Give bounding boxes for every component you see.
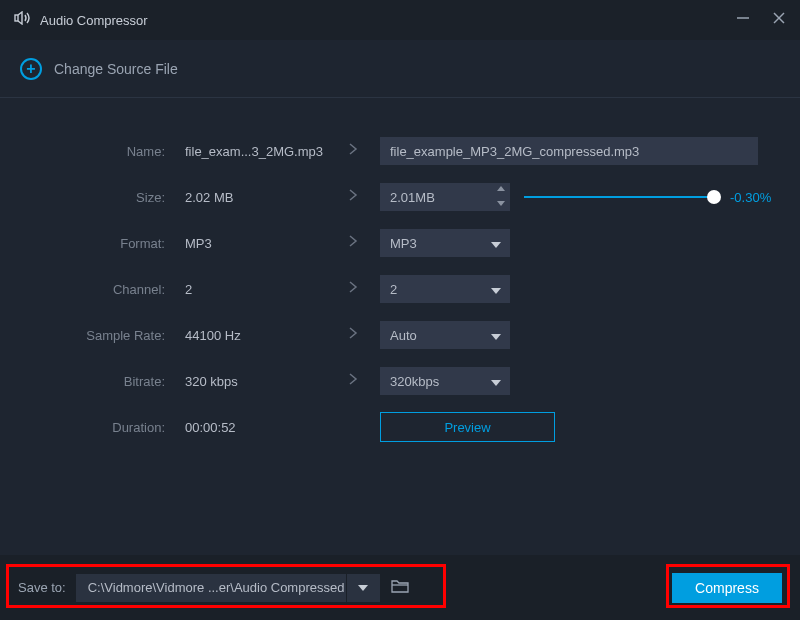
- chevron-right-icon: [348, 188, 358, 206]
- settings-panel: Name: file_exam...3_2MG.mp3 Size: 2.02 M…: [0, 98, 800, 450]
- source-channel: 2: [175, 282, 325, 297]
- svg-marker-5: [497, 201, 505, 206]
- svg-marker-7: [491, 288, 501, 294]
- sample-rate-select[interactable]: Auto: [380, 321, 510, 349]
- format-value: MP3: [390, 236, 417, 251]
- output-name-input[interactable]: [380, 137, 758, 165]
- label-channel: Channel:: [0, 282, 175, 297]
- label-sample-rate: Sample Rate:: [0, 328, 175, 343]
- change-source-row[interactable]: + Change Source File: [0, 40, 800, 98]
- chevron-right-icon: [348, 280, 358, 298]
- minimize-button[interactable]: [736, 11, 750, 29]
- svg-marker-10: [358, 585, 368, 591]
- svg-marker-9: [491, 380, 501, 386]
- source-size: 2.02 MB: [175, 190, 325, 205]
- compress-button[interactable]: Compress: [672, 573, 782, 603]
- save-path-display[interactable]: C:\Vidmore\Vidmore ...er\Audio Compresse…: [76, 580, 346, 595]
- svg-marker-4: [497, 186, 505, 191]
- chevron-right-icon: [348, 326, 358, 344]
- svg-marker-6: [491, 242, 501, 248]
- stepper-arrows-icon[interactable]: [496, 184, 506, 208]
- source-bitrate: 320 kbps: [175, 374, 325, 389]
- app-icon: [14, 11, 32, 29]
- window-title: Audio Compressor: [40, 13, 736, 28]
- chevron-right-icon: [348, 234, 358, 252]
- label-save-to: Save to:: [18, 580, 66, 595]
- label-name: Name:: [0, 144, 175, 159]
- footer-bar: Save to: C:\Vidmore\Vidmore ...er\Audio …: [0, 555, 800, 620]
- chevron-down-icon: [490, 330, 502, 345]
- size-delta: -0.30%: [730, 190, 780, 205]
- bitrate-select[interactable]: 320kbps: [380, 367, 510, 395]
- slider-thumb[interactable]: [707, 190, 721, 204]
- source-format: MP3: [175, 236, 325, 251]
- channel-select[interactable]: 2: [380, 275, 510, 303]
- preview-button[interactable]: Preview: [380, 412, 555, 442]
- size-slider[interactable]: [524, 190, 718, 204]
- source-sample-rate: 44100 Hz: [175, 328, 325, 343]
- label-bitrate: Bitrate:: [0, 374, 175, 389]
- plus-circle-icon: +: [20, 58, 42, 80]
- chevron-right-icon: [348, 372, 358, 390]
- chevron-down-icon: [490, 376, 502, 391]
- chevron-down-icon: [490, 238, 502, 253]
- channel-value: 2: [390, 282, 397, 297]
- chevron-down-icon: [490, 284, 502, 299]
- source-duration: 00:00:52: [175, 420, 325, 435]
- close-button[interactable]: [772, 11, 786, 29]
- bitrate-value: 320kbps: [390, 374, 439, 389]
- svg-rect-0: [15, 15, 18, 21]
- format-select[interactable]: MP3: [380, 229, 510, 257]
- label-format: Format:: [0, 236, 175, 251]
- source-name: file_exam...3_2MG.mp3: [175, 144, 325, 159]
- label-duration: Duration:: [0, 420, 175, 435]
- target-size-value: 2.01MB: [390, 190, 435, 205]
- target-size-stepper[interactable]: 2.01MB: [380, 183, 510, 211]
- save-path-dropdown[interactable]: [346, 574, 380, 602]
- open-folder-button[interactable]: [390, 578, 410, 598]
- chevron-right-icon: [348, 142, 358, 160]
- svg-marker-8: [491, 334, 501, 340]
- titlebar: Audio Compressor: [0, 0, 800, 40]
- sample-rate-value: Auto: [390, 328, 417, 343]
- change-source-label: Change Source File: [54, 61, 178, 77]
- label-size: Size:: [0, 190, 175, 205]
